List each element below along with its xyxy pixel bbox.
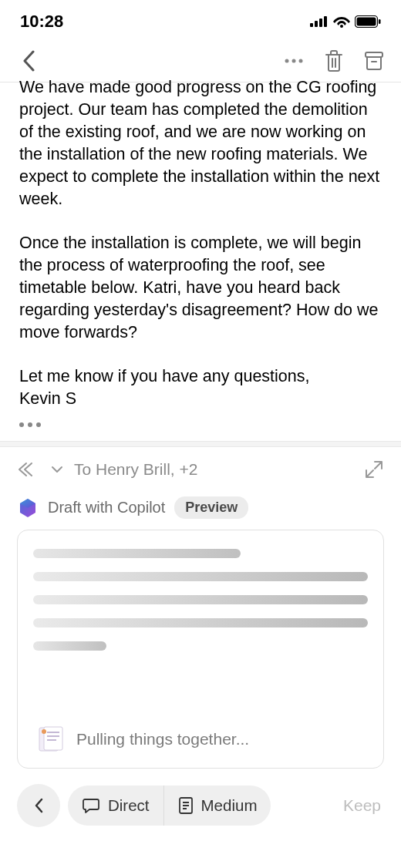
svg-rect-6 <box>357 18 376 26</box>
draft-preview-box: Pulling things together... <box>17 530 384 769</box>
tone-length-group: Direct Medium <box>68 786 271 826</box>
tone-button[interactable]: Direct <box>68 786 163 826</box>
tone-label: Direct <box>108 796 150 815</box>
chevron-down-icon[interactable] <box>51 466 63 473</box>
skeleton-loader <box>33 549 368 651</box>
email-paragraph: We have made good progress on the CG roo… <box>19 76 382 210</box>
svg-point-4 <box>340 25 343 28</box>
email-closing: Let me know if you have any questions, K… <box>19 365 382 410</box>
copilot-icon <box>17 497 39 519</box>
email-body: We have made good progress on the CG roo… <box>0 76 401 410</box>
svg-rect-1 <box>315 21 318 27</box>
more-icon <box>19 422 382 427</box>
svg-point-17 <box>42 729 46 734</box>
archive-icon[interactable] <box>364 51 384 71</box>
more-icon[interactable] <box>284 58 304 64</box>
keep-button[interactable]: Keep <box>340 796 384 815</box>
trash-icon[interactable] <box>324 50 344 72</box>
length-button[interactable]: Medium <box>163 786 271 826</box>
reply-to[interactable]: To Henry Brill, +2 <box>74 460 197 479</box>
document-icon <box>33 723 66 755</box>
message-more[interactable] <box>0 410 401 441</box>
preview-badge: Preview <box>174 496 248 519</box>
copilot-header: Draft with Copilot Preview <box>17 492 384 530</box>
svg-rect-13 <box>44 727 62 750</box>
status-icons <box>310 15 381 28</box>
length-label: Medium <box>201 796 258 815</box>
reply-all-icon[interactable] <box>17 462 40 477</box>
section-separator <box>0 441 401 447</box>
svg-rect-7 <box>379 19 381 24</box>
chat-icon <box>82 796 100 815</box>
email-paragraph: Once the installation is complete, we wi… <box>19 232 382 344</box>
svg-rect-2 <box>319 19 322 27</box>
svg-rect-3 <box>324 16 327 27</box>
cellular-icon <box>310 16 329 27</box>
bottom-bar: Direct Medium Keep <box>0 779 401 832</box>
svg-point-10 <box>299 59 303 63</box>
back-button[interactable] <box>17 49 40 72</box>
svg-rect-0 <box>310 23 313 27</box>
chevron-left-icon <box>22 50 35 72</box>
svg-rect-11 <box>366 52 382 57</box>
nav-actions <box>284 50 384 72</box>
draft-status-text: Pulling things together... <box>76 730 249 749</box>
draft-status: Pulling things together... <box>33 723 368 755</box>
expand-icon[interactable] <box>364 459 384 479</box>
status-time: 10:28 <box>20 12 63 32</box>
copilot-section: Draft with Copilot Preview Pulling thing… <box>0 492 401 779</box>
document-length-icon <box>178 796 194 815</box>
wifi-icon <box>333 15 350 28</box>
back-circle-button[interactable] <box>17 784 60 827</box>
reply-header: To Henry Brill, +2 <box>0 447 401 492</box>
svg-point-8 <box>285 59 289 63</box>
battery-icon <box>355 15 381 28</box>
email-signature: Kevin S <box>19 389 76 408</box>
copilot-label: Draft with Copilot <box>48 499 165 516</box>
svg-point-9 <box>292 59 296 63</box>
chevron-left-icon <box>34 798 43 813</box>
status-bar: 10:28 <box>0 0 401 39</box>
